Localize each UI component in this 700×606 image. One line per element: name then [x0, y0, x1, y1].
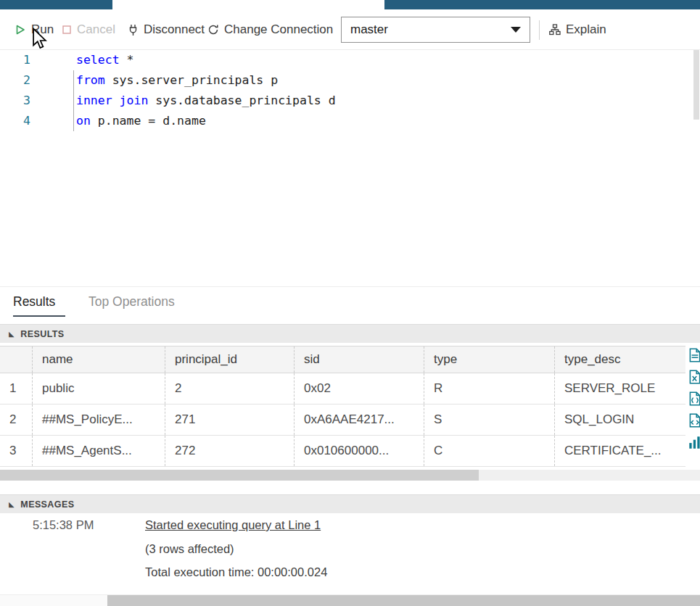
- sql-text: sys.server_principals p: [105, 73, 278, 87]
- grid-cell[interactable]: ##MS_AgentS...: [33, 436, 165, 466]
- explain-button[interactable]: Explain: [549, 9, 606, 50]
- editor-tab-bar: [0, 0, 700, 9]
- sql-text: sys.database_principals d: [148, 94, 335, 107]
- tab-results[interactable]: Results: [13, 294, 55, 310]
- grid-horizontal-scrollbar[interactable]: [0, 470, 700, 481]
- save-excel-icon[interactable]: [687, 369, 700, 385]
- save-csv-icon[interactable]: [687, 347, 700, 363]
- sql-keyword: from: [76, 73, 105, 87]
- grid-cell[interactable]: R: [424, 373, 555, 404]
- cancel-icon: [62, 25, 72, 35]
- grid-cell[interactable]: public: [33, 373, 165, 404]
- grid-cell[interactable]: 2: [165, 373, 295, 404]
- results-grid: name principal_id sid type type_desc 1 p…: [0, 346, 685, 467]
- row-number-header[interactable]: [0, 346, 33, 373]
- grid-cell[interactable]: SERVER_ROLE: [555, 373, 685, 404]
- database-dropdown[interactable]: master: [341, 17, 530, 43]
- grid-cell[interactable]: 0x02: [295, 373, 424, 404]
- row-number-cell[interactable]: 3: [0, 436, 33, 466]
- save-json-icon[interactable]: [687, 391, 700, 407]
- sql-keyword: select: [76, 53, 120, 67]
- results-panel-tabbar: Results Top Operations: [0, 286, 700, 320]
- grid-cell[interactable]: ##MS_PolicyE...: [33, 404, 165, 435]
- results-section-header[interactable]: ◢ RESULTS: [0, 324, 700, 343]
- editor-scrollbar[interactable]: [693, 50, 699, 120]
- grid-cell[interactable]: CERTIFICATE_...: [555, 436, 685, 466]
- explain-icon: [549, 24, 561, 36]
- message-query-link[interactable]: Started executing query at Line 1: [145, 518, 321, 532]
- disconnect-button[interactable]: Disconnect: [128, 9, 205, 50]
- editor-line[interactable]: 3 inner join sys.database_principals d: [0, 91, 700, 111]
- active-tab-underline: [13, 315, 65, 317]
- row-number-cell[interactable]: 1: [0, 373, 33, 404]
- cancel-button[interactable]: Cancel: [62, 9, 115, 50]
- indent-guide: [73, 70, 74, 131]
- sql-editor[interactable]: 1 select * 2 from sys.server_principals …: [0, 50, 700, 286]
- cancel-label: Cancel: [77, 22, 115, 37]
- grid-row: 1 public 2 0x02 R SERVER_ROLE: [0, 373, 685, 404]
- grid-cell[interactable]: 0x010600000...: [295, 436, 424, 466]
- panel-scrollbar-thumb[interactable]: [107, 595, 700, 606]
- dropdown-arrow-icon: [511, 27, 521, 33]
- column-header-type-desc[interactable]: type_desc: [555, 346, 685, 373]
- change-connection-label: Change Connection: [224, 22, 333, 37]
- collapse-triangle-icon: ◢: [9, 501, 14, 508]
- grid-cell[interactable]: S: [424, 404, 555, 435]
- row-number-cell[interactable]: 2: [0, 404, 33, 435]
- grid-cell[interactable]: 272: [165, 436, 295, 466]
- query-editor-window: Run Cancel Disconnect Change Connection …: [0, 0, 700, 606]
- editor-line[interactable]: 4 on p.name = d.name: [0, 111, 700, 131]
- messages-section-label: MESSAGES: [20, 499, 74, 510]
- column-header-principal-id[interactable]: principal_id: [165, 346, 295, 373]
- grid-cell[interactable]: 271: [165, 404, 295, 435]
- sql-keyword: inner join: [76, 94, 148, 107]
- active-editor-tab[interactable]: [112, 0, 384, 9]
- grid-scrollbar-thumb[interactable]: [0, 470, 479, 481]
- panel-horizontal-scrollbar[interactable]: [0, 594, 700, 606]
- line-number: 3: [0, 91, 30, 111]
- results-section-label: RESULTS: [20, 329, 64, 339]
- grid-row: 2 ##MS_PolicyE... 271 0xA6AAE4217... S S…: [0, 404, 685, 436]
- code-line: inner join sys.database_principals d: [76, 91, 336, 111]
- grid-cell[interactable]: 0xA6AAE4217...: [295, 404, 424, 435]
- chart-icon[interactable]: [687, 434, 700, 450]
- change-connection-icon: [207, 24, 219, 36]
- grid-cell[interactable]: C: [424, 436, 555, 466]
- column-header-type[interactable]: type: [424, 346, 555, 373]
- code-line: select *: [76, 50, 133, 70]
- line-number: 1: [0, 50, 30, 70]
- explain-label: Explain: [566, 22, 606, 37]
- query-toolbar: Run Cancel Disconnect Change Connection …: [0, 9, 700, 50]
- line-number: 2: [0, 70, 30, 91]
- message-execution-time: Total execution time: 00:00:00.024: [145, 565, 327, 579]
- mouse-cursor-icon: [31, 28, 47, 49]
- messages-section-header[interactable]: ◢ MESSAGES: [0, 494, 700, 513]
- run-icon: [15, 24, 26, 36]
- editor-line[interactable]: 1 select *: [0, 50, 700, 70]
- code-line: from sys.server_principals p: [76, 70, 278, 91]
- grid-cell[interactable]: SQL_LOGIN: [555, 404, 685, 435]
- editor-line[interactable]: 2 from sys.server_principals p: [0, 70, 700, 91]
- message-timestamp: 5:15:38 PM: [33, 518, 94, 532]
- sql-text: p.name = d.name: [91, 114, 206, 128]
- code-line: on p.name = d.name: [76, 111, 206, 131]
- collapse-triangle-icon: ◢: [9, 331, 14, 338]
- column-header-name[interactable]: name: [33, 346, 165, 373]
- save-xml-icon[interactable]: [687, 412, 700, 428]
- disconnect-icon: [128, 24, 139, 36]
- grid-actions-rail: [685, 347, 700, 463]
- grid-row: 3 ##MS_AgentS... 272 0x010600000... C CE…: [0, 436, 685, 467]
- sql-keyword: on: [76, 114, 91, 128]
- disconnect-label: Disconnect: [144, 22, 205, 37]
- change-connection-button[interactable]: Change Connection: [207, 9, 333, 50]
- database-dropdown-value: master: [350, 22, 388, 37]
- column-header-sid[interactable]: sid: [295, 346, 424, 373]
- toolbar-separator: [539, 20, 540, 40]
- tab-top-operations[interactable]: Top Operations: [88, 294, 175, 310]
- message-rows-affected: (3 rows affected): [145, 542, 234, 556]
- sql-text: *: [120, 53, 134, 67]
- line-number: 4: [0, 111, 30, 131]
- grid-header-row: name principal_id sid type type_desc: [0, 346, 685, 373]
